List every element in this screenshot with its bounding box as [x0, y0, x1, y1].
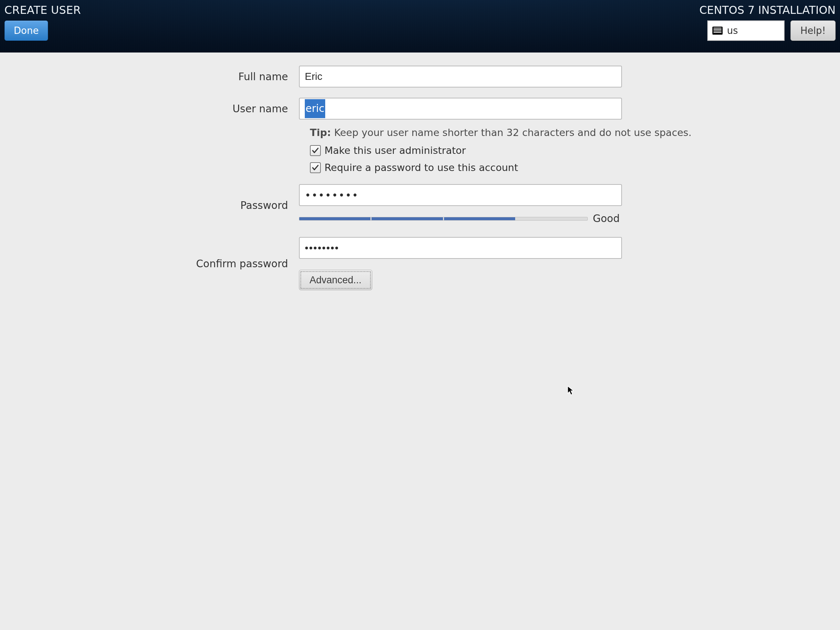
password-strength-label: Good — [593, 213, 620, 224]
confirm-password-input[interactable] — [299, 237, 622, 259]
keyboard-icon — [712, 27, 723, 35]
username-tip: Tip: Keep your user name shorter than 32… — [310, 127, 840, 138]
username-selected-text: eric — [305, 99, 325, 118]
username-input[interactable]: eric — [299, 98, 622, 120]
help-button[interactable]: Help! — [790, 21, 835, 41]
password-label: Password — [0, 199, 299, 212]
create-user-form: Full name User name eric Tip: Keep your … — [0, 66, 840, 300]
tip-text: Keep your user name shorter than 32 char… — [331, 127, 692, 138]
header-bar: CREATE USER CENTOS 7 INSTALLATION Done u… — [0, 0, 840, 52]
mouse-cursor-icon — [567, 386, 575, 396]
installer-title: CENTOS 7 INSTALLATION — [699, 4, 835, 16]
tip-prefix: Tip: — [310, 127, 331, 138]
requirepw-checkbox-label: Require a password to use this account — [324, 162, 518, 173]
password-row: Password Good — [0, 184, 840, 227]
keyboard-layout-label: us — [727, 25, 738, 36]
done-button[interactable]: Done — [5, 21, 48, 41]
requirepw-checkbox-row: Require a password to use this account — [310, 162, 840, 173]
checkmark-icon — [311, 147, 319, 155]
username-label: User name — [0, 103, 299, 115]
checkmark-icon — [311, 164, 319, 172]
fullname-row: Full name — [0, 66, 840, 87]
confirm-row: Confirm password Advanced... — [0, 237, 840, 290]
fullname-label: Full name — [0, 71, 299, 83]
username-row: User name eric — [0, 98, 840, 120]
advanced-button[interactable]: Advanced... — [299, 270, 372, 290]
admin-checkbox-row: Make this user administrator — [310, 145, 840, 156]
page-title: CREATE USER — [5, 4, 81, 16]
admin-checkbox[interactable] — [310, 145, 321, 156]
confirm-label: Confirm password — [0, 258, 299, 270]
password-strength-bar — [299, 217, 588, 221]
fullname-input[interactable] — [299, 66, 622, 87]
keyboard-layout-selector[interactable]: us — [707, 21, 785, 41]
password-input[interactable] — [299, 184, 622, 206]
requirepw-checkbox[interactable] — [310, 162, 321, 173]
admin-checkbox-label: Make this user administrator — [324, 145, 466, 156]
password-strength: Good — [299, 213, 620, 224]
